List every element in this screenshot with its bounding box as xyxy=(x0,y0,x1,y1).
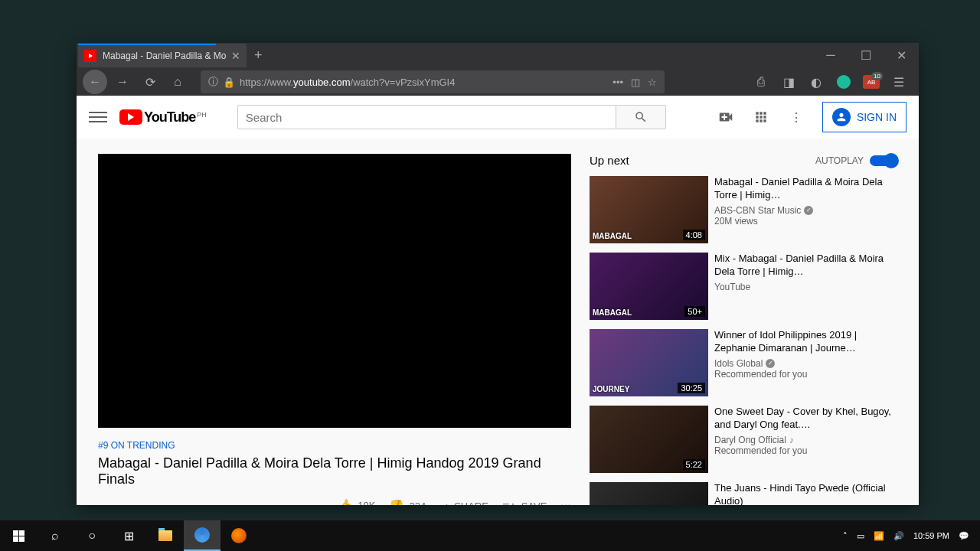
thumbs-down-icon: 👎 xyxy=(389,499,404,505)
page-actions-icon[interactable]: ••• xyxy=(612,77,623,88)
recommended-video[interactable]: MABAGAL4:08Mabagal - Daniel Padilla & Mo… xyxy=(590,176,897,243)
firefox-window: Mabagal - Daniel Padilla & Mo ✕ + ─ ☐ ✕ … xyxy=(77,43,919,505)
tray-chevron-icon[interactable]: ˄ xyxy=(843,531,848,541)
browser-tab[interactable]: Mabagal - Daniel Padilla & Mo ✕ xyxy=(78,44,247,67)
minimize-button[interactable]: ─ xyxy=(813,43,848,67)
firefox-icon[interactable] xyxy=(220,520,257,551)
recommended-video[interactable]: MABAGAL50+Mix - Mabagal - Daniel Padilla… xyxy=(590,253,897,320)
rec-thumbnail: 5:22 xyxy=(590,406,708,473)
rec-title: Mabagal - Daniel Padilla & Moira Dela To… xyxy=(714,176,897,202)
info-icon[interactable]: ⓘ xyxy=(208,75,218,89)
youtube-logo-icon xyxy=(119,109,142,125)
task-view-icon[interactable]: ⊞ xyxy=(110,520,147,551)
create-video-icon[interactable] xyxy=(717,108,735,126)
thumbs-up-icon: 👍 xyxy=(338,498,353,505)
extension-icon[interactable]: ◐ xyxy=(807,73,825,91)
tab-title: Mabagal - Daniel Padilla & Mo xyxy=(103,51,228,61)
rec-channel: YouTube xyxy=(714,282,897,292)
rec-thumbnail: JOURNEY30:25 xyxy=(590,329,708,396)
duration-badge: 5:22 xyxy=(683,459,705,470)
verified-icon: ✓ xyxy=(766,359,775,368)
rec-title: One Sweet Day - Cover by Khel, Bugoy, an… xyxy=(714,406,897,432)
rec-meta: Recommended for you xyxy=(714,369,897,380)
duration-badge: 30:25 xyxy=(678,383,705,393)
thumb-overlay-text: MABAGAL xyxy=(593,308,632,317)
signin-button[interactable]: SIGN IN xyxy=(822,102,906,132)
share-button[interactable]: ➦SHARE xyxy=(439,499,488,505)
new-tab-button[interactable]: + xyxy=(254,47,263,64)
close-window-button[interactable]: ✕ xyxy=(884,43,919,67)
windows-taskbar: ⌕ ○ ⊞ ˄ ▭ 📶 🔊 10:59 PM 💬 xyxy=(0,520,980,551)
search-button[interactable] xyxy=(616,105,666,129)
adblock-icon[interactable]: AB10 xyxy=(862,73,880,91)
rec-channel: Idols Global ✓ xyxy=(714,358,897,369)
recommended-video[interactable]: 5:22One Sweet Day - Cover by Khel, Bugoy… xyxy=(590,406,897,473)
recommended-video[interactable]: The Juans - Hindi Tayo Pwede (Official A… xyxy=(590,482,897,505)
reload-button[interactable]: ⟳ xyxy=(138,70,162,94)
sidebar-icon[interactable]: ◨ xyxy=(779,73,798,91)
like-button[interactable]: 👍19K xyxy=(338,498,375,505)
maximize-button[interactable]: ☐ xyxy=(848,43,884,67)
apps-icon[interactable] xyxy=(752,108,770,126)
library-icon[interactable]: ⎙ xyxy=(752,73,770,91)
youtube-logo[interactable]: YouTube PH xyxy=(119,109,207,126)
thumb-overlay-text: JOURNEY xyxy=(593,385,629,393)
tab-bar: Mabagal - Daniel Padilla & Mo ✕ + ─ ☐ ✕ xyxy=(77,43,919,68)
url-field[interactable]: ⓘ 🔒 https://www.youtube.com/watch?v=vPzs… xyxy=(201,70,665,93)
hamburger-menu-icon[interactable] xyxy=(89,108,107,126)
back-button[interactable]: ← xyxy=(83,70,107,94)
clock[interactable]: 10:59 PM xyxy=(913,531,949,540)
country-code: PH xyxy=(197,111,207,119)
forward-button[interactable]: → xyxy=(110,70,135,94)
video-stats: 595,172 views • Oct 13, 2019 xyxy=(98,504,237,506)
dislike-button[interactable]: 👎324 xyxy=(389,499,426,505)
playlist-add-icon: ≡+ xyxy=(502,500,517,506)
rec-title: The Juans - Hindi Tayo Pwede (Official A… xyxy=(714,482,897,505)
address-bar: ← → ⟳ ⌂ ⓘ 🔒 https://www.youtube.com/watc… xyxy=(77,68,919,96)
file-explorer-icon[interactable] xyxy=(147,520,184,551)
rec-channel: Daryl Ong Official ♪ xyxy=(714,435,897,445)
duration-badge: 4:08 xyxy=(683,230,705,240)
volume-icon[interactable]: 🔊 xyxy=(893,531,904,541)
bookmark-icon[interactable]: ☆ xyxy=(648,77,657,88)
rec-title: Mix - Mabagal - Daniel Padilla & Moira D… xyxy=(714,253,897,279)
rec-channel: ABS-CBN Star Music ✓ xyxy=(714,205,897,216)
verified-icon: ✓ xyxy=(804,206,813,215)
autoplay-label: AUTOPLAY xyxy=(815,155,864,166)
menu-icon[interactable]: ☰ xyxy=(890,73,908,91)
start-button[interactable] xyxy=(0,520,37,551)
battery-icon[interactable]: ▭ xyxy=(857,531,864,541)
avatar-icon xyxy=(832,108,851,126)
notifications-icon[interactable]: 💬 xyxy=(959,531,969,541)
signin-label: SIGN IN xyxy=(857,111,897,123)
home-button[interactable]: ⌂ xyxy=(165,70,190,94)
video-player[interactable] xyxy=(98,154,571,428)
autoplay-toggle[interactable] xyxy=(870,155,897,166)
thumb-overlay-text: MABAGAL xyxy=(593,232,632,240)
page-content[interactable]: YouTube PH ⋮ SIGN IN xyxy=(77,96,919,505)
rec-meta: Recommended for you xyxy=(714,445,897,456)
wifi-icon[interactable]: 📶 xyxy=(874,531,884,541)
youtube-logo-text: YouTube xyxy=(144,109,195,126)
search-input[interactable] xyxy=(237,105,616,129)
rec-thumbnail xyxy=(590,482,708,505)
youtube-favicon xyxy=(84,50,96,62)
close-tab-icon[interactable]: ✕ xyxy=(231,50,240,62)
recommended-video[interactable]: JOURNEY30:25Winner of Idol Philippines 2… xyxy=(590,329,897,396)
url-text: https://www.youtube.com/watch?v=vPzsixYm… xyxy=(240,77,612,88)
settings-icon[interactable]: ⋮ xyxy=(787,108,805,126)
extension-m-icon[interactable] xyxy=(835,73,853,91)
search-taskbar-icon[interactable]: ⌕ xyxy=(37,520,74,551)
search-icon xyxy=(634,110,648,124)
rec-meta: 20M views xyxy=(714,216,897,227)
music-note-icon: ♪ xyxy=(789,435,794,445)
video-title: Mabagal - Daniel Padilla & Moira Dela To… xyxy=(98,455,571,487)
save-button[interactable]: ≡+SAVE xyxy=(502,500,547,506)
reader-icon[interactable]: ◫ xyxy=(631,77,640,88)
edge-icon[interactable] xyxy=(184,520,220,551)
cortana-icon[interactable]: ○ xyxy=(74,520,110,551)
trending-badge[interactable]: #9 ON TRENDING xyxy=(98,440,571,451)
more-actions-button[interactable]: ••• xyxy=(560,500,571,505)
lock-icon: 🔒 xyxy=(223,77,235,88)
upnext-label: Up next xyxy=(590,154,629,167)
